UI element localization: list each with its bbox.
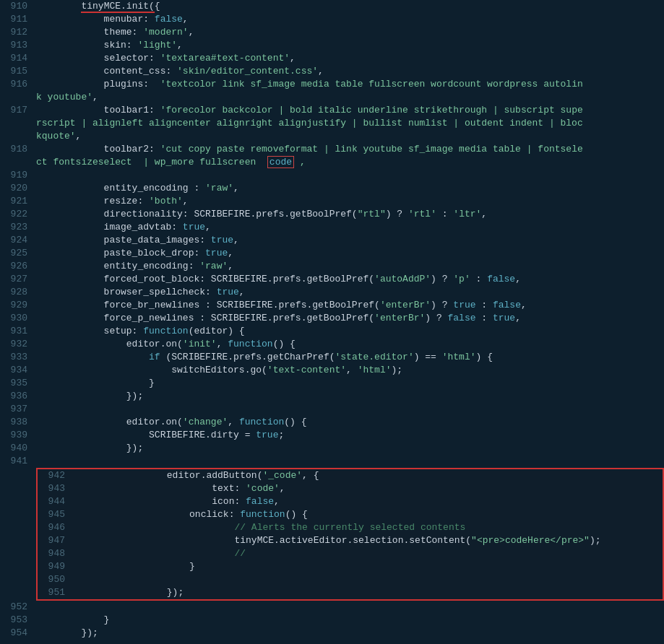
line-content: ct fontsizeselect | wp_more fullscreen c… bbox=[36, 156, 664, 169]
line-content: paste_block_drop: true, bbox=[36, 247, 664, 260]
line-content: icon: false, bbox=[74, 495, 663, 508]
highlighted-lines: 942 editor.addButton('_code', {943 text:… bbox=[38, 469, 663, 599]
line-number: 933 bbox=[0, 351, 36, 364]
line-number: 911 bbox=[0, 13, 36, 26]
highlighted-line: 943 text: 'code', bbox=[38, 482, 663, 495]
line-number: 936 bbox=[0, 390, 36, 403]
highlighted-line: 948 // bbox=[38, 547, 663, 560]
line-content: setup: function(editor) { bbox=[36, 325, 664, 338]
line-content: entity_encoding: 'raw', bbox=[36, 260, 664, 273]
line-number: 919 bbox=[0, 169, 36, 182]
line-content: content_css: 'skin/editor_content.css', bbox=[36, 65, 664, 78]
line-number: 929 bbox=[0, 299, 36, 312]
line-content: force_br_newlines : SCRIBEFIRE.prefs.get… bbox=[36, 299, 664, 312]
highlighted-line: 947 tinyMCE.activeEditor.selection.setCo… bbox=[38, 534, 663, 547]
line-content: }); bbox=[74, 586, 663, 599]
line-content: selector: 'textarea#text-content', bbox=[36, 52, 664, 65]
code-line: 915 content_css: 'skin/editor_content.cs… bbox=[0, 65, 664, 78]
line-content: resize: 'both', bbox=[36, 195, 664, 208]
line-number: 949 bbox=[38, 560, 74, 573]
line-content: k youtube', bbox=[36, 91, 664, 104]
code-line: 928 browser_spellcheck: true, bbox=[0, 286, 664, 299]
line-number: 943 bbox=[38, 482, 74, 495]
code-editor: 910 tinyMCE.init({911 menubar: false,912… bbox=[0, 0, 664, 644]
line-content: tinyMCE.activeEditor.selection.setConten… bbox=[74, 534, 663, 547]
line-number: 952 bbox=[0, 601, 36, 614]
line-content: toolbar1: 'forecolor backcolor | bold it… bbox=[36, 104, 664, 117]
code-line: 914 selector: 'textarea#text-content', bbox=[0, 52, 664, 65]
code-line: 939 SCRIBEFIRE.dirty = true; bbox=[0, 429, 664, 442]
code-line: 936 }); bbox=[0, 390, 664, 403]
line-number: 932 bbox=[0, 338, 36, 351]
code-line: 930 force_p_newlines : SCRIBEFIRE.prefs.… bbox=[0, 312, 664, 325]
code-line: 917 toolbar1: 'forecolor backcolor | bol… bbox=[0, 104, 664, 117]
line-number: 948 bbox=[38, 547, 74, 560]
line-number: 927 bbox=[0, 273, 36, 286]
line-content: rscript | alignleft aligncenter alignrig… bbox=[36, 117, 664, 130]
code-line: 932 editor.on('init', function() { bbox=[0, 338, 664, 351]
highlighted-line: 942 editor.addButton('_code', { bbox=[38, 469, 663, 482]
line-number: 924 bbox=[0, 234, 36, 247]
highlighted-line: 945 onclick: function() { bbox=[38, 508, 663, 521]
code-line: 910 tinyMCE.init({ bbox=[0, 0, 664, 13]
code-line: 923 image_advtab: true, bbox=[0, 221, 664, 234]
line-content: switchEditors.go('text-content', 'html')… bbox=[36, 364, 664, 377]
code-line: 931 setup: function(editor) { bbox=[0, 325, 664, 338]
code-line: 929 force_br_newlines : SCRIBEFIRE.prefs… bbox=[0, 299, 664, 312]
code-line: 935 } bbox=[0, 377, 664, 390]
code-line: 933 if (SCRIBEFIRE.prefs.getCharPref('st… bbox=[0, 351, 664, 364]
line-number: 921 bbox=[0, 195, 36, 208]
code-line: 924 paste_data_images: true, bbox=[0, 234, 664, 247]
line-number: 918 bbox=[0, 143, 36, 156]
line-content: plugins: 'textcolor link sf_image media … bbox=[36, 78, 664, 91]
highlighted-line: 946 // Alerts the currently selected con… bbox=[38, 521, 663, 534]
line-content: editor.on('change', function() { bbox=[36, 416, 664, 429]
code-line: 938 editor.on('change', function() { bbox=[0, 416, 664, 429]
line-number: 917 bbox=[0, 104, 36, 117]
line-content: }); bbox=[36, 390, 664, 403]
code-line: 922 directionality: SCRIBEFIRE.prefs.get… bbox=[0, 208, 664, 221]
line-content: kquote', bbox=[36, 130, 664, 143]
code-line: 940 }); bbox=[0, 442, 664, 455]
code-line: rscript | alignleft aligncenter alignrig… bbox=[0, 117, 664, 130]
code-line: 911 menubar: false, bbox=[0, 13, 664, 26]
code-lines-before: 910 tinyMCE.init({911 menubar: false,912… bbox=[0, 0, 664, 468]
line-content: toolbar2: 'cut copy paste removeformat |… bbox=[36, 143, 664, 156]
line-number: 941 bbox=[0, 455, 36, 468]
line-number: 915 bbox=[0, 65, 36, 78]
line-number: 931 bbox=[0, 325, 36, 338]
line-content: editor.addButton('_code', { bbox=[74, 469, 663, 482]
line-number: 951 bbox=[38, 586, 74, 599]
line-number: 920 bbox=[0, 182, 36, 195]
line-content: onclick: function() { bbox=[74, 508, 663, 521]
line-content: directionality: SCRIBEFIRE.prefs.getBool… bbox=[36, 208, 664, 221]
line-number: 950 bbox=[38, 573, 74, 586]
line-content: menubar: false, bbox=[36, 13, 664, 26]
highlighted-line: 950 bbox=[38, 573, 663, 586]
line-content: skin: 'light', bbox=[36, 39, 664, 52]
line-number: 945 bbox=[38, 508, 74, 521]
line-content: image_advtab: true, bbox=[36, 221, 664, 234]
line-number: 912 bbox=[0, 26, 36, 39]
line-number: 938 bbox=[0, 416, 36, 429]
code-line: 918 toolbar2: 'cut copy paste removeform… bbox=[0, 143, 664, 156]
code-line: 913 skin: 'light', bbox=[0, 39, 664, 52]
code-line: 953 } bbox=[0, 614, 664, 627]
line-content: // bbox=[74, 547, 663, 560]
line-content: } bbox=[36, 614, 664, 627]
code-line: 927 forced_root_block: SCRIBEFIRE.prefs.… bbox=[0, 273, 664, 286]
line-number: 922 bbox=[0, 208, 36, 221]
line-number: 954 bbox=[0, 627, 36, 640]
line-number: 944 bbox=[38, 495, 74, 508]
code-line: 925 paste_block_drop: true, bbox=[0, 247, 664, 260]
line-content: paste_data_images: true, bbox=[36, 234, 664, 247]
line-content: // Alerts the currently selected content… bbox=[74, 521, 663, 534]
line-content: } bbox=[74, 560, 663, 573]
line-number: 923 bbox=[0, 221, 36, 234]
code-line: 954 }); bbox=[0, 627, 664, 640]
line-number: 914 bbox=[0, 52, 36, 65]
line-number: 910 bbox=[0, 0, 36, 13]
line-number: 935 bbox=[0, 377, 36, 390]
line-number: 947 bbox=[38, 534, 74, 547]
code-lines-after: 952953 }954 }); bbox=[0, 601, 664, 640]
